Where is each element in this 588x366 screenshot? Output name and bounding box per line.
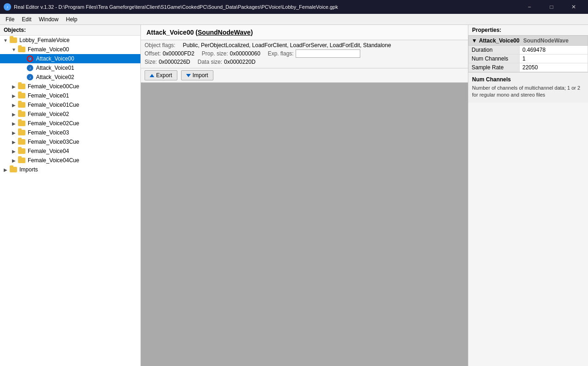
audio-node-icon: ♪ <box>26 55 34 62</box>
expand-icon: ▶ <box>10 121 18 126</box>
offset-label: Offset: <box>145 50 161 57</box>
exp-flags-label: Exp. flags: <box>268 50 294 57</box>
info-row-size: Size: 0x0000226D Data size: 0x0000220D <box>145 59 464 65</box>
offset-value: 0x00000FD2 <box>163 50 194 57</box>
tree-content: ▼Lobby_FemaleVoice▼Female_Voice00♪Attack… <box>0 36 140 174</box>
title-bar-text: Real Editor v.1.32 - D:\Program Files\Te… <box>14 4 338 10</box>
tree-node-female-voice03[interactable]: ▶Female_Voice03 <box>0 128 140 137</box>
folder-icon <box>18 92 26 99</box>
title-bar-left: ♪ Real Editor v.1.32 - D:\Program Files\… <box>4 3 338 11</box>
folder-icon <box>18 138 26 146</box>
tree-label: Attack_Voice01 <box>36 65 74 71</box>
tree-label: Female_Voice02 <box>28 111 69 117</box>
section-name: Attack_Voice00 <box>479 37 520 44</box>
expand-icon: ▶ <box>10 140 18 145</box>
expand-icon: ▶ <box>10 130 18 135</box>
props-desc-text: Number of channels of multichannel data;… <box>472 85 584 99</box>
folder-icon <box>9 37 18 44</box>
tree-node-female-voice04[interactable]: ▶Female_Voice04 <box>0 146 140 156</box>
close-button[interactable]: ✕ <box>563 0 584 14</box>
prop-size-value: 0x00000060 <box>230 50 261 57</box>
props-row-sample-rate[interactable]: Sample Rate22050 <box>469 63 588 72</box>
tree-label: Female_Voice03 <box>28 129 69 136</box>
export-icon <box>150 74 154 77</box>
props-row-duration[interactable]: Duration0.469478 <box>469 46 588 55</box>
expand-icon: ▶ <box>10 84 18 89</box>
tree-node-imports[interactable]: ▶Imports <box>0 165 140 174</box>
center-panel: Attack_Voice00 (SoundNodeWave) Object fl… <box>141 25 468 366</box>
tree-node-female-voice00[interactable]: ▼Female_Voice00 <box>0 45 140 54</box>
tree-label: Imports <box>19 166 38 173</box>
info-exp-flags: Exp. flags: <box>268 49 360 58</box>
prop-value[interactable]: 22050 <box>520 63 588 72</box>
props-section-cell: ▼Attack_Voice00SoundNodeWave <box>469 36 588 46</box>
menu-help[interactable]: Help <box>62 15 81 24</box>
expand-icon: ▼ <box>10 47 18 52</box>
props-row-num-channels[interactable]: Num Channels1 <box>469 55 588 63</box>
tree-label: Female_Voice00 <box>28 46 69 53</box>
menu-edit[interactable]: Edit <box>18 15 35 24</box>
tree-node-female-voice01cue[interactable]: ▶Female_Voice01Cue <box>0 100 140 110</box>
tree-node-female-voice02[interactable]: ▶Female_Voice02 <box>0 110 140 119</box>
prop-key: Duration <box>469 46 520 55</box>
object-header: Attack_Voice00 (SoundNodeWave) <box>141 25 468 40</box>
expand-icon: ▶ <box>2 167 9 172</box>
tree-node-female-voice01[interactable]: ▶Female_Voice01 <box>0 91 140 100</box>
prop-key: Num Channels <box>469 55 520 63</box>
tree-node-female-voice04cue[interactable]: ▶Female_Voice04Cue <box>0 156 140 165</box>
menu-file[interactable]: File <box>2 15 18 24</box>
info-size: Size: 0x0000226D <box>145 59 190 65</box>
prop-size-label: Prop. size: <box>202 50 228 57</box>
exp-flags-input[interactable] <box>296 49 360 58</box>
import-button[interactable]: Import <box>181 70 213 80</box>
prop-value[interactable]: 1 <box>520 55 588 63</box>
tree-label: Female_Voice04 <box>28 148 69 154</box>
import-icon <box>186 74 191 77</box>
tree-node-female-voice03cue[interactable]: ▶Female_Voice03Cue <box>0 137 140 146</box>
folder-icon <box>18 46 26 53</box>
main-area: Objects: ▼Lobby_FemaleVoice▼Female_Voice… <box>0 25 588 366</box>
info-bar: Object flags: Public, PerObjectLocalized… <box>141 40 468 68</box>
tree-panel: Objects: ▼Lobby_FemaleVoice▼Female_Voice… <box>0 25 141 366</box>
tree-node-female-voice02cue[interactable]: ▶Female_Voice02Cue <box>0 119 140 128</box>
audio-node-icon: ♪ <box>26 73 34 81</box>
minimize-button[interactable]: − <box>519 0 540 14</box>
tree-node-attack-voice00[interactable]: ♪Attack_Voice00 <box>0 54 140 63</box>
size-value: 0x0000226D <box>159 59 190 65</box>
tree-label: Female_Voice04Cue <box>28 157 79 164</box>
info-row-flags: Object flags: Public, PerObjectLocalized… <box>145 42 464 49</box>
props-table: ▼Attack_Voice00SoundNodeWaveDuration0.46… <box>468 36 588 72</box>
folder-icon <box>18 120 26 127</box>
tree-label: Attack_Voice00 <box>36 55 74 62</box>
tree-label: Lobby_FemaleVoice <box>19 37 70 43</box>
expand-icon: ▶ <box>10 103 18 108</box>
tree-label: Female_Voice02Cue <box>28 120 79 127</box>
prop-value[interactable]: 0.469478 <box>520 46 588 55</box>
tree-node-lobby-female-voice[interactable]: ▼Lobby_FemaleVoice <box>0 36 140 45</box>
folder-icon <box>18 157 26 164</box>
flags-label: Object flags: <box>145 42 176 49</box>
data-size-value: 0x0000220D <box>224 59 255 65</box>
folder-icon <box>18 129 26 136</box>
content-area <box>141 83 468 366</box>
tree-node-attack-voice02[interactable]: ♪Attack_Voice02 <box>0 73 140 82</box>
object-title: Attack_Voice00 <box>146 29 194 36</box>
info-row-offset: Offset: 0x00000FD2 Prop. size: 0x0000006… <box>145 49 464 58</box>
maximize-button[interactable]: □ <box>541 0 562 14</box>
object-type: SoundNodeWave <box>198 29 251 36</box>
tree-node-female-voice00cue[interactable]: ▶Female_Voice00Cue <box>0 82 140 91</box>
folder-icon <box>18 110 26 118</box>
data-size-label: Data size: <box>198 59 222 65</box>
tree-node-attack-voice01[interactable]: ♪Attack_Voice01 <box>0 63 140 73</box>
flags-value: Public, PerObjectLocalized, LoadForClien… <box>183 42 391 49</box>
export-label: Export <box>156 72 172 79</box>
props-header: Properties: <box>468 25 588 36</box>
folder-icon <box>18 83 26 90</box>
tree-label: Female_Voice00Cue <box>28 83 79 90</box>
expand-icon: ▶ <box>10 93 18 98</box>
props-section-header[interactable]: ▼Attack_Voice00SoundNodeWave <box>469 36 588 46</box>
app-icon: ♪ <box>4 3 11 11</box>
info-data-size: Data size: 0x0000220D <box>198 59 255 65</box>
menu-window[interactable]: Window <box>35 15 62 24</box>
export-button[interactable]: Export <box>145 70 177 80</box>
